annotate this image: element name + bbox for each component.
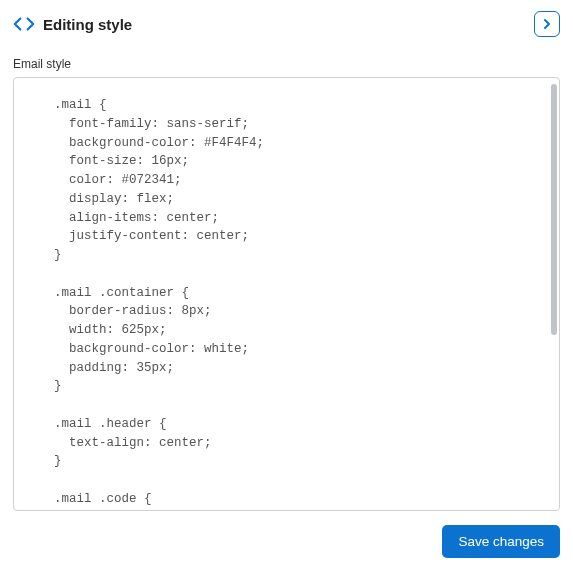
css-declaration: background-color: white; xyxy=(24,340,549,359)
header-left: Editing style xyxy=(13,13,132,35)
css-brace-close: } xyxy=(24,246,549,265)
css-selector: .mail { xyxy=(24,96,549,115)
css-brace-close: } xyxy=(24,452,549,471)
css-editor-content[interactable]: .mail { font-family: sans-serif; backgro… xyxy=(14,78,559,510)
scrollbar-thumb[interactable] xyxy=(551,84,557,335)
css-declaration: border-radius: 8px; xyxy=(24,509,549,511)
expand-button[interactable] xyxy=(534,11,560,37)
css-declaration: color: #072341; xyxy=(24,171,549,190)
css-declaration: justify-content: center; xyxy=(24,227,549,246)
css-selector: .mail .header { xyxy=(24,415,549,434)
css-selector: .mail .container { xyxy=(24,284,549,303)
css-brace-close: } xyxy=(24,377,549,396)
css-editor[interactable]: .mail { font-family: sans-serif; backgro… xyxy=(13,77,560,511)
css-declaration: font-family: sans-serif; xyxy=(24,115,549,134)
css-declaration: text-align: center; xyxy=(24,434,549,453)
chevron-right-icon xyxy=(542,18,552,30)
css-declaration: background-color: #F4F4F4; xyxy=(24,134,549,153)
css-declaration: padding: 35px; xyxy=(24,359,549,378)
code-icon xyxy=(13,13,35,35)
css-declaration: width: 625px; xyxy=(24,321,549,340)
footer: Save changes xyxy=(442,525,560,558)
save-changes-button[interactable]: Save changes xyxy=(442,525,560,558)
editor-label: Email style xyxy=(13,57,560,71)
css-selector: .mail .code { xyxy=(24,490,549,509)
css-declaration: align-items: center; xyxy=(24,209,549,228)
header-row: Editing style xyxy=(13,11,560,37)
css-declaration: font-size: 16px; xyxy=(24,152,549,171)
page-title: Editing style xyxy=(43,16,132,33)
css-declaration: display: flex; xyxy=(24,190,549,209)
css-declaration: border-radius: 8px; xyxy=(24,302,549,321)
